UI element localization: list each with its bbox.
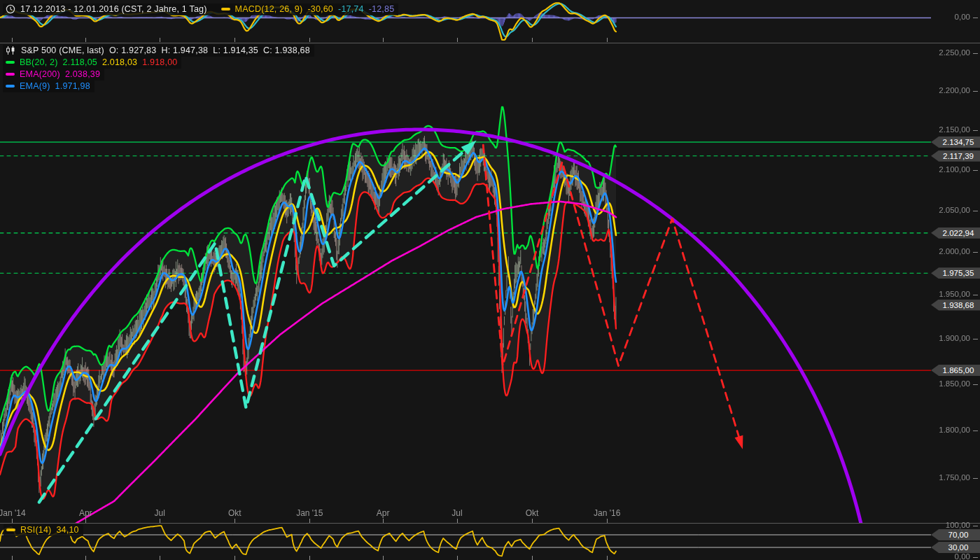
chart-window: 17.12.2013 - 12.01.2016 (CST, 2 Jahre, 1… [0, 0, 980, 560]
chart-canvas[interactable] [0, 0, 980, 560]
